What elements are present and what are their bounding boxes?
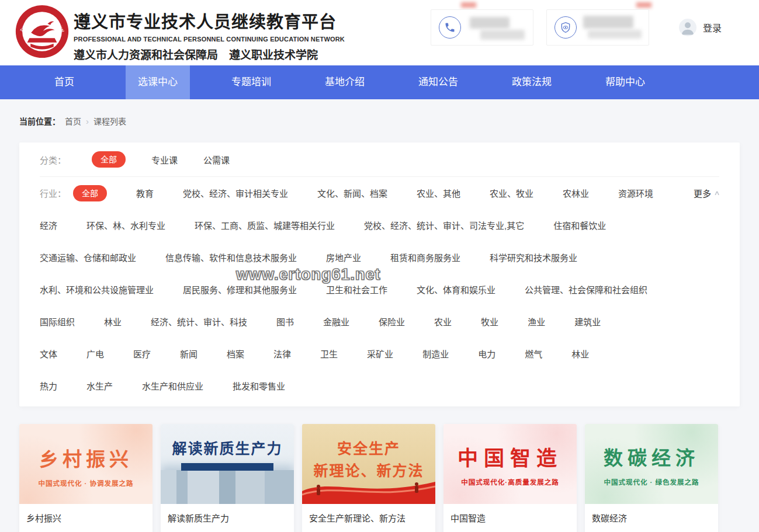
industry-lead: 行业： 全部 [40, 185, 107, 201]
course-card[interactable]: 安全生产 新理论、新方法安全生产新理论、新方法环保、工商、质...2024年专业… [302, 424, 435, 532]
nav-item[interactable]: 首页 [32, 65, 96, 99]
industry-option[interactable]: 文化、新闻、档案 [317, 187, 387, 199]
industry-option[interactable]: 卫生和社会工作 [326, 283, 387, 295]
industry-option[interactable]: 环保、林、水利专业 [86, 219, 165, 231]
industry-row: 文体广电医疗新闻档案法律卫生采矿业制造业电力燃气林业 [40, 338, 719, 370]
industry-option[interactable]: 热力 [40, 380, 57, 392]
nav-item[interactable]: 选课中心 [126, 65, 190, 99]
industry-option[interactable]: 电力 [478, 347, 495, 360]
industry-row: 经济环保、林、水利专业环保、工商、质监、城建等相关行业党校、经济、统计、审计、司… [40, 209, 719, 241]
course-card[interactable]: 乡村振兴中国式现代化 · 协调发展之路乡村振兴农业、其他,农业...2024年专… [19, 424, 153, 532]
avatar-icon [679, 19, 696, 36]
nav-item[interactable]: 专题培训 [219, 65, 283, 99]
category-lead: 分类： [40, 154, 66, 166]
course-banner: 中国智造中国式现代化·高质量发展之路 [443, 424, 577, 504]
industry-option[interactable]: 水利、环境和公共设施管理业 [40, 283, 154, 295]
industry-option[interactable]: 党校、经济、审计相关专业 [183, 187, 288, 199]
industry-option[interactable]: 采矿业 [367, 347, 393, 360]
industry-rows: 行业： 全部 教育党校、经济、审计相关专业文化、新闻、档案农业、其他农业、牧业农… [40, 177, 719, 402]
industry-option[interactable]: 牧业 [481, 315, 498, 328]
industry-option[interactable]: 保险业 [379, 315, 405, 328]
industry-option[interactable]: 住宿和餐饮业 [553, 219, 606, 231]
course-info: 解读新质生产力环保、工商、质...2024年专业课 [161, 504, 294, 532]
industry-option[interactable]: 水生产 [86, 380, 113, 392]
industry-option[interactable]: 党校、经济、统计、审计、司法专业,其它 [364, 219, 524, 231]
industry-option[interactable]: 林业 [104, 315, 122, 328]
category-options: 全部专业课公需课 [92, 151, 230, 168]
industry-option[interactable]: 金融业 [323, 315, 349, 328]
category-option[interactable]: 专业课 [151, 154, 178, 166]
banner-title: 乡村振兴 [19, 424, 153, 472]
industry-option[interactable]: 燃气 [525, 347, 542, 360]
industry-option[interactable]: 档案 [227, 347, 244, 360]
course-title: 乡村振兴 [26, 512, 145, 524]
brand-block: 遵义市专业技术人员继续教育平台 PROFESSIONAL AND TECHNIC… [74, 8, 345, 62]
blurred-contact-info [583, 16, 633, 29]
blurred-phone-number [480, 30, 525, 40]
industry-option[interactable]: 文体 [40, 347, 57, 360]
banner-title: 中国智造 [443, 424, 577, 471]
industry-option[interactable]: 公共管理、社会保障和社会组织 [525, 283, 647, 295]
more-label: 更多 [694, 187, 711, 199]
industry-option[interactable]: 租赁和商务服务业 [390, 251, 460, 263]
industry-option[interactable]: 农业 [434, 315, 452, 328]
industry-option[interactable]: 医疗 [133, 347, 151, 360]
category-option[interactable]: 公需课 [203, 154, 230, 166]
course-card[interactable]: 解读新质生产力解读新质生产力环保、工商、质...2024年专业课 [161, 424, 294, 532]
industry-option[interactable]: 国际组织 [40, 315, 75, 328]
industry-option[interactable]: 水生产和供应业 [142, 380, 203, 392]
industry-option-selected[interactable]: 全部 [73, 185, 107, 201]
chevron-up-icon: ∧ [713, 189, 720, 197]
industry-option[interactable]: 经济 [40, 219, 57, 231]
industry-option[interactable]: 农业、其他 [417, 187, 460, 199]
blurred-contact-info [588, 30, 642, 39]
industry-row-first: 行业： 全部 教育党校、经济、审计相关专业文化、新闻、档案农业、其他农业、牧业农… [40, 177, 719, 209]
login-button[interactable]: 登录 [679, 19, 722, 36]
course-info: 乡村振兴农业、其他,农业...2024年专业课 [19, 504, 153, 532]
category-option-selected[interactable]: 全部 [92, 151, 126, 168]
industry-option[interactable]: 制造业 [422, 347, 449, 360]
nav-item[interactable]: 帮助中心 [593, 65, 657, 99]
industry-option[interactable]: 农业、牧业 [490, 187, 533, 199]
site-header: Zunyi Vocational and Technical College 遵… [0, 0, 759, 65]
industry-option[interactable]: 批发和零售业 [233, 380, 285, 392]
industry-row: 国际组织林业经济、统计、审计、科技图书金融业保险业农业牧业渔业建筑业 [40, 305, 719, 338]
shield-eye-icon [554, 16, 577, 39]
industry-option[interactable]: 图书 [276, 315, 294, 328]
course-info: 数碳经济经济,经济、统计...2024年专业课 [585, 504, 718, 532]
course-banner: 安全生产 新理论、新方法 [302, 424, 435, 504]
course-card[interactable]: 数碳经济中国式现代化 · 绿色发展之路数碳经济经济,经济、统计...2024年专… [585, 424, 718, 532]
industry-option[interactable]: 环保、工商、质监、城建等相关行业 [195, 219, 335, 231]
industry-row: 水利、环境和公共设施管理业居民服务、修理和其他服务业卫生和社会工作文化、体育和娱… [40, 273, 719, 305]
banner-subtitle: 中国式现代化 · 绿色发展之路 [585, 477, 718, 486]
breadcrumb-home-link[interactable]: 首页 [65, 115, 81, 127]
filter-panel: 分类： 全部专业课公需课 行业： 全部 教育党校、经济、审计相关专业文化、新闻、… [19, 142, 740, 406]
industry-option[interactable]: 法律 [273, 347, 291, 360]
more-button[interactable]: 更多 ∧ [694, 187, 719, 199]
industry-option[interactable]: 资源环境 [618, 187, 653, 199]
industry-option[interactable]: 教育 [136, 187, 154, 199]
blurred-mark [461, 2, 476, 8]
banner-title: 安全生产 新理论、新方法 [302, 424, 435, 482]
industry-option[interactable]: 信息传输、软件和信息技术服务业 [165, 251, 297, 263]
industry-option[interactable]: 广电 [86, 347, 104, 360]
industry-option[interactable]: 林业 [571, 347, 589, 360]
industry-option[interactable]: 房地产业 [326, 251, 361, 263]
nav-item[interactable]: 政策法规 [500, 65, 564, 99]
industry-option[interactable]: 交通运输、仓储和邮政业 [40, 251, 136, 263]
industry-option[interactable]: 建筑业 [574, 315, 601, 328]
nav-item[interactable]: 基地介绍 [313, 65, 377, 99]
industry-option[interactable]: 渔业 [528, 315, 545, 328]
nav-item[interactable]: 通知公告 [406, 65, 470, 99]
industry-option[interactable]: 卫生 [320, 347, 338, 360]
course-card[interactable]: 中国智造中国式现代化·高质量发展之路中国智造党校、经济、统...2024年专业课 [443, 424, 577, 532]
industry-option[interactable]: 居民服务、修理和其他服务业 [183, 283, 297, 295]
industry-option[interactable]: 经济、统计、审计、科技 [151, 315, 247, 328]
industry-option[interactable]: 新闻 [180, 347, 197, 360]
phone-icon [439, 16, 461, 39]
course-title: 数碳经济 [592, 512, 711, 524]
industry-option[interactable]: 农林业 [563, 187, 589, 199]
industry-option[interactable]: 文化、体育和娱乐业 [417, 283, 495, 295]
industry-option[interactable]: 科学研究和技术服务业 [490, 251, 577, 263]
main-nav: 首页选课中心专题培训基地介绍通知公告政策法规帮助中心 [0, 65, 759, 99]
